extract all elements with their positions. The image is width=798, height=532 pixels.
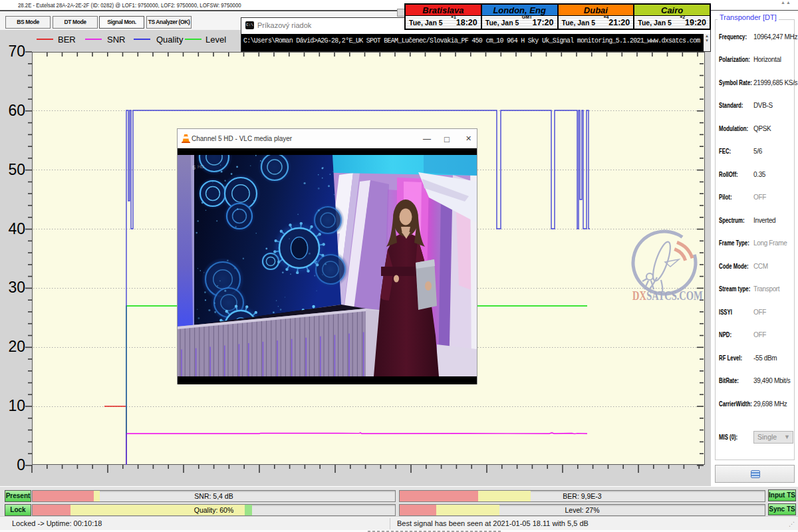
svg-text:SATCS.COM: SATCS.COM [646,289,702,303]
svg-text:5: 5 [192,164,196,171]
svg-text:HD: HD [198,164,204,169]
svg-text:DX: DX [632,289,646,303]
